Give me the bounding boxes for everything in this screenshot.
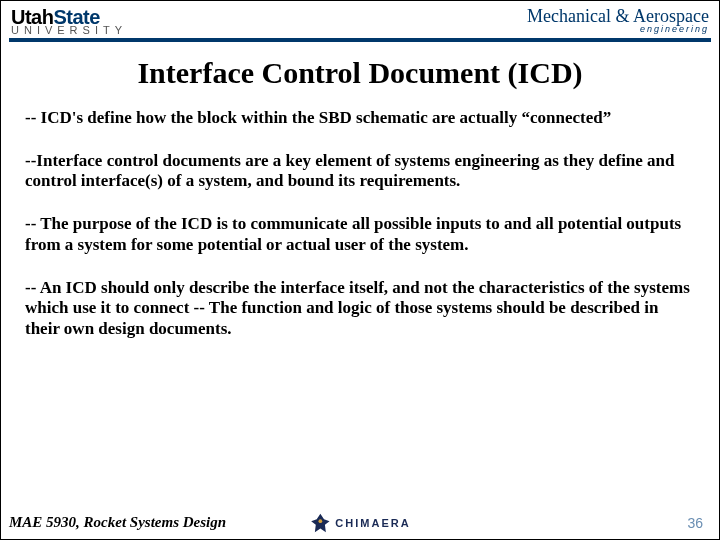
header: UtahState UNIVERSITY Mechanical & Aerosp… [1,1,719,38]
mae-logo: Mechanical & Aerospace engineering [527,7,709,34]
footer-center: CHIMAERA [309,512,410,534]
paragraph: -- The purpose of the ICD is to communic… [25,214,695,255]
usu-logo-sub: UNIVERSITY [11,25,127,36]
paragraph: -- An ICD should only describe the inter… [25,278,695,340]
mae-sub: engineering [527,25,709,34]
mae-main: Mechanical & Aerospace [527,7,709,25]
paragraph: --Interface control documents are a key … [25,151,695,192]
body: -- ICD's define how the block within the… [1,108,719,340]
usu-logo: UtahState UNIVERSITY [11,7,127,36]
footer-center-label: CHIMAERA [335,517,410,529]
footer: MAE 5930, Rocket Systems Design CHIMAERA… [1,514,719,531]
page-number: 36 [687,515,703,531]
footer-course: MAE 5930, Rocket Systems Design [9,514,226,531]
svg-point-0 [319,519,323,523]
header-rule [9,38,711,42]
chimaera-icon [309,512,331,534]
slide-title: Interface Control Document (ICD) [1,56,719,90]
paragraph: -- ICD's define how the block within the… [25,108,695,129]
slide: UtahState UNIVERSITY Mechanical & Aerosp… [0,0,720,540]
